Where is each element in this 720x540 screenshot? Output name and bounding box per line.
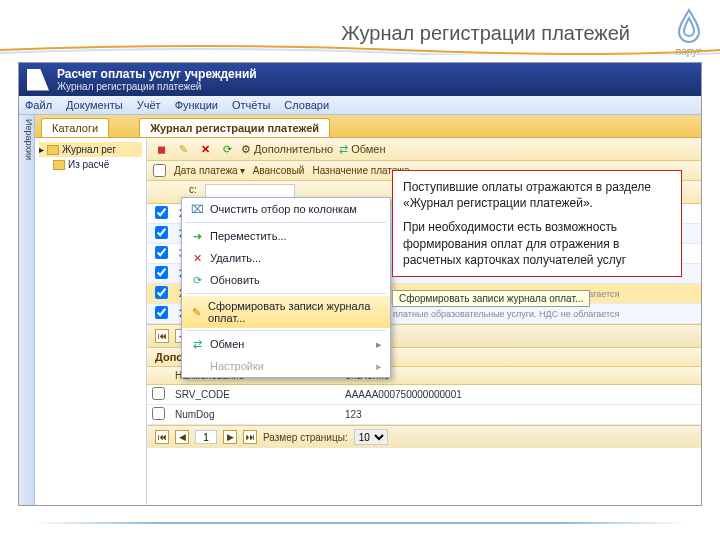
move-icon: ➜ — [190, 229, 204, 243]
ctx-refresh[interactable]: ⟳Обновить — [182, 269, 390, 291]
blank-icon — [190, 359, 204, 373]
filter-clear-icon: ⌧ — [190, 202, 204, 216]
exchange-icon: ⇄ — [339, 143, 348, 156]
folder-icon — [47, 145, 59, 155]
row-check[interactable] — [155, 286, 168, 299]
menu-accounting[interactable]: Учёт — [137, 99, 161, 111]
grid-toolbar: ◼ ✎ ✕ ⟳ ⚙ Дополнительно ⇄ Обмен — [147, 138, 701, 161]
exchange-button[interactable]: ⇄ Обмен — [339, 143, 385, 156]
app-subtitle: Журнал регистрации платежей — [57, 81, 257, 92]
row-check[interactable] — [155, 246, 168, 259]
ctx-generate-payments[interactable]: ✎Сформировать записи журнала оплат... — [182, 296, 390, 328]
pager-next[interactable]: ▶ — [223, 430, 237, 444]
menubar: Файл Документы Учёт Функции Отчёты Слова… — [19, 96, 701, 115]
ctx-delete[interactable]: ✕Удалить... — [182, 247, 390, 269]
pager-page[interactable] — [195, 430, 217, 444]
delete-icon: ✕ — [190, 251, 204, 265]
tree-child[interactable]: Из расчё — [39, 157, 142, 172]
chevron-right-icon: ▸ — [376, 360, 382, 373]
additional-button[interactable]: ⚙ Дополнительно — [241, 143, 333, 156]
tabstrip: Каталоги Журнал регистрации платежей — [35, 115, 701, 138]
flame-icon — [673, 8, 705, 44]
cog-icon: ⚙ — [241, 143, 251, 156]
chevron-down-icon: ▾ — [240, 165, 245, 176]
annotation-callout: Поступившие оплаты отражаются в разделе … — [392, 170, 682, 277]
tree-root[interactable]: ▸ Журнал рег — [39, 142, 142, 157]
title-bar: Расчет оплаты услуг учреждений Журнал ре… — [19, 63, 701, 96]
pager-last[interactable]: ⏭ — [243, 430, 257, 444]
left-rail[interactable]: Иерархии — [19, 115, 35, 505]
document-icon: ✎ — [190, 305, 202, 319]
slide-header: Журнал регистрации платежей парус — [0, 0, 720, 60]
row-check[interactable] — [155, 266, 168, 279]
delete-icon[interactable]: ✕ — [197, 141, 213, 157]
folder-icon — [53, 160, 65, 170]
app-title: Расчет оплаты услуг учреждений — [57, 67, 257, 81]
edit-icon[interactable]: ✎ — [175, 141, 191, 157]
footer-decoration — [30, 522, 690, 524]
chevron-right-icon: ▸ — [376, 338, 382, 351]
filter-date-header[interactable]: Дата платежа ▾ — [174, 165, 245, 176]
app-icon — [27, 69, 49, 91]
menu-functions[interactable]: Функции — [175, 99, 218, 111]
ctx-clear-filter[interactable]: ⌧Очистить отбор по колонкам — [182, 198, 390, 220]
menu-dictionaries[interactable]: Словари — [284, 99, 329, 111]
ctx-exchange[interactable]: ⇄Обмен▸ — [182, 333, 390, 355]
tree-sidebar: ▸ Журнал рег Из расчё — [35, 138, 147, 505]
param-check[interactable] — [152, 387, 165, 400]
header-decoration — [0, 45, 720, 55]
context-menu: ⌧Очистить отбор по колонкам ➜Переместить… — [181, 197, 391, 378]
ctx-settings[interactable]: Настройки▸ — [182, 355, 390, 377]
refresh-icon: ⟳ — [190, 273, 204, 287]
row-check[interactable] — [155, 306, 168, 319]
pager-size[interactable]: 10 — [354, 429, 388, 445]
tab-journal[interactable]: Журнал регистрации платежей — [139, 118, 330, 137]
tab-catalogs[interactable]: Каталоги — [41, 118, 109, 137]
filter-advance-header[interactable]: Авансовый — [253, 165, 305, 176]
row-check[interactable] — [155, 206, 168, 219]
row-check[interactable] — [155, 226, 168, 239]
pager-bottom: ⏮ ◀ ▶ ⏭ Размер страницы: 10 — [147, 425, 701, 448]
pager-first[interactable]: ⏮ — [155, 329, 169, 343]
param-row[interactable]: SRV_CODE ААААА000750000000001 — [147, 385, 701, 405]
param-check[interactable] — [152, 407, 165, 420]
pager-prev[interactable]: ◀ — [175, 430, 189, 444]
ctx-move[interactable]: ➜Переместить... — [182, 225, 390, 247]
param-row[interactable]: NumDog 123 — [147, 405, 701, 425]
pager-first[interactable]: ⏮ — [155, 430, 169, 444]
menu-file[interactable]: Файл — [25, 99, 52, 111]
slide-title: Журнал регистрации платежей — [341, 22, 630, 45]
exchange-icon: ⇄ — [190, 337, 204, 351]
menu-documents[interactable]: Документы — [66, 99, 123, 111]
filter-checkall[interactable] — [153, 164, 166, 177]
refresh-icon[interactable]: ⟳ — [219, 141, 235, 157]
add-icon[interactable]: ◼ — [153, 141, 169, 157]
menu-reports[interactable]: Отчёты — [232, 99, 270, 111]
tooltip: Сформировать записи журнала оплат... — [392, 290, 590, 307]
